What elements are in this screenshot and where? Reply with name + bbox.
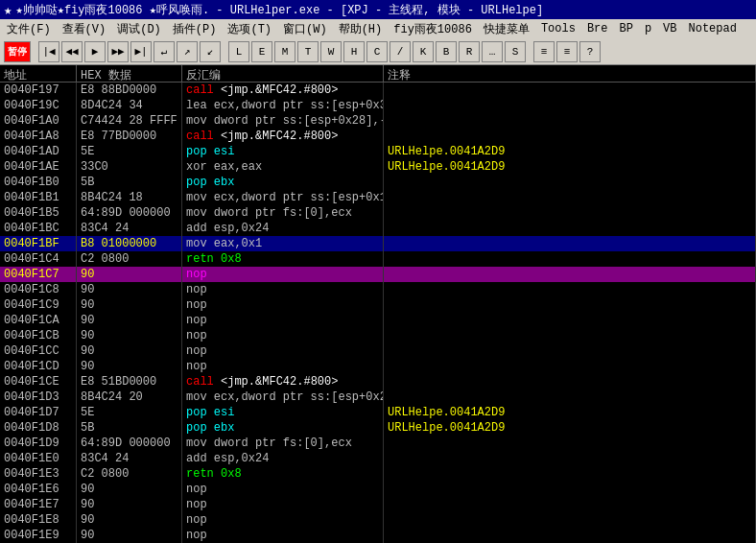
table-row[interactable]: 0040F1D85Bpop ebxURLHelpe.0041A2D9: [0, 420, 756, 436]
asm-cell: add esp,0x24: [182, 451, 384, 466]
table-row[interactable]: 0040F1E3C2 0800retn 0x8: [0, 466, 756, 482]
hex-cell: 33C0: [77, 159, 182, 175]
table-row[interactable]: 0040F1D75Epop esiURLHelpe.0041A2D9: [0, 405, 756, 420]
toolbar-L[interactable]: L: [228, 41, 249, 62]
toolbar-E[interactable]: E: [251, 41, 272, 62]
table-row[interactable]: 0040F1A0C74424 28 FFFFmov dword ptr ss:[…: [0, 113, 756, 129]
menu-item[interactable]: 选项(T): [223, 20, 276, 38]
hex-cell: 83C4 24: [77, 451, 182, 466]
table-row[interactable]: 0040F1D964:89D 000000mov dword ptr fs:[0…: [0, 436, 756, 451]
comment-cell: [384, 297, 756, 313]
toolbar-dots[interactable]: …: [482, 41, 503, 62]
toolbar-B[interactable]: B: [436, 41, 457, 62]
table-row[interactable]: 0040F1C890nop: [0, 282, 756, 297]
asm-cell: call <jmp.&MFC42.#800>: [182, 374, 384, 390]
table-row[interactable]: 0040F1CC90nop: [0, 343, 756, 359]
table-row[interactable]: 0040F1D38B4C24 20mov ecx,dword ptr ss:[e…: [0, 390, 756, 405]
toolbar-btn-6[interactable]: ↵: [154, 41, 175, 62]
header-hex: HEX 数据: [77, 65, 182, 82]
menu-item[interactable]: BP: [615, 21, 638, 36]
comment-cell: [384, 466, 756, 482]
comment-cell: [384, 390, 756, 405]
toolbar-K[interactable]: K: [413, 41, 434, 62]
table-row[interactable]: 0040F1C790nop: [0, 267, 756, 282]
toolbar-S[interactable]: S: [505, 41, 526, 62]
asm-cell: mov eax,0x1: [182, 236, 384, 251]
toolbar-W[interactable]: W: [320, 41, 342, 62]
menu-item[interactable]: 文件(F): [2, 20, 56, 38]
asm-cell: nop: [182, 512, 384, 528]
hex-cell: C74424 28 FFFF: [77, 113, 182, 129]
menu-item[interactable]: Notepad: [684, 21, 742, 36]
comment-cell: [384, 436, 756, 451]
menu-item[interactable]: Tools: [536, 21, 580, 36]
table-row[interactable]: 0040F1B05Bpop ebx: [0, 175, 756, 190]
addr-cell: 0040F1B1: [0, 190, 77, 205]
table-row[interactable]: 0040F1A8E8 77BD0000call <jmp.&MFC42.#800…: [0, 129, 756, 144]
toolbar-btn-1[interactable]: |◀: [38, 41, 59, 62]
hex-cell: 90: [77, 313, 182, 328]
table-row[interactable]: 0040F1B18B4C24 18mov ecx,dword ptr ss:[e…: [0, 190, 756, 205]
toolbar-list2[interactable]: ≡: [556, 41, 578, 62]
toolbar-btn-4[interactable]: ▶▶: [107, 41, 129, 62]
addr-cell: 0040F1CE: [0, 374, 77, 390]
menu-item[interactable]: 插件(P): [168, 20, 222, 38]
asm-cell: add esp,0x24: [182, 221, 384, 236]
hex-cell: 90: [77, 497, 182, 512]
table-row[interactable]: 0040F1E690nop: [0, 482, 756, 497]
toolbar-slash[interactable]: /: [390, 41, 411, 62]
toolbar-H[interactable]: H: [343, 41, 365, 62]
addr-cell: 0040F1E6: [0, 482, 77, 497]
menu-item[interactable]: 查看(V): [58, 20, 111, 38]
title-bar: ★ ★帅帅哒★fiy雨夜10086 ★呼风唤雨. - URLHelper.exe…: [0, 0, 756, 19]
menu-item[interactable]: 帮助(H): [334, 20, 388, 38]
toolbar-btn-8[interactable]: ↙: [200, 41, 221, 62]
menu-item[interactable]: 快捷菜单: [479, 20, 534, 38]
comment-cell: [384, 343, 756, 359]
addr-cell: 0040F1C7: [0, 267, 77, 282]
menu-item[interactable]: fiy雨夜10086: [389, 20, 477, 38]
asm-cell: pop esi: [182, 405, 384, 420]
menu-item[interactable]: p: [640, 21, 656, 36]
menu-item[interactable]: 窗口(W): [278, 20, 332, 38]
menu-item[interactable]: 调试(D): [112, 20, 166, 38]
menu-item[interactable]: VB: [658, 21, 681, 36]
addr-cell: 0040F1C8: [0, 282, 77, 297]
table-row[interactable]: 0040F197E8 88BD0000call <jmp.&MFC42.#800…: [0, 83, 756, 98]
comment-cell: [384, 113, 756, 129]
toolbar: 暂停 |◀ ◀◀ ▶ ▶▶ ▶| ↵ ↗ ↙ L E M T W H C / K…: [0, 38, 756, 65]
table-row[interactable]: 0040F1CA90nop: [0, 313, 756, 328]
toolbar-btn-7[interactable]: ↗: [177, 41, 198, 62]
toolbar-M[interactable]: M: [274, 41, 295, 62]
table-row[interactable]: 0040F1B564:89D 000000mov dword ptr fs:[0…: [0, 205, 756, 221]
comment-cell: URLHelpe.0041A2D9: [384, 159, 756, 175]
table-row[interactable]: 0040F1BC83C4 24add esp,0x24: [0, 221, 756, 236]
table-row[interactable]: 0040F1E990nop: [0, 528, 756, 543]
table-row[interactable]: 0040F1CEE8 51BD0000call <jmp.&MFC42.#800…: [0, 374, 756, 390]
disasm-area[interactable]: 0040F197E8 88BD0000call <jmp.&MFC42.#800…: [0, 83, 756, 543]
menu-bar: 文件(F)查看(V)调试(D)插件(P)选项(T)窗口(W)帮助(H)fiy雨夜…: [0, 19, 756, 38]
comment-cell: URLHelpe.0041A2D9: [384, 405, 756, 420]
toolbar-btn-5[interactable]: ▶|: [130, 41, 152, 62]
toolbar-C[interactable]: C: [366, 41, 388, 62]
table-row[interactable]: 0040F1AE33C0xor eax,eaxURLHelpe.0041A2D9: [0, 159, 756, 175]
table-row[interactable]: 0040F1E790nop: [0, 497, 756, 512]
stop-button[interactable]: 暂停: [4, 41, 31, 62]
table-row[interactable]: 0040F19C8D4C24 34lea ecx,dword ptr ss:[e…: [0, 98, 756, 113]
toolbar-btn-3[interactable]: ▶: [84, 41, 106, 62]
toolbar-T[interactable]: T: [297, 41, 319, 62]
table-row[interactable]: 0040F1BFB8 01000000mov eax,0x1: [0, 236, 756, 251]
table-row[interactable]: 0040F1C990nop: [0, 297, 756, 313]
comment-cell: [384, 251, 756, 267]
table-row[interactable]: 0040F1CB90nop: [0, 328, 756, 343]
toolbar-R[interactable]: R: [459, 41, 480, 62]
table-row[interactable]: 0040F1E890nop: [0, 512, 756, 528]
table-row[interactable]: 0040F1C4C2 0800retn 0x8: [0, 251, 756, 267]
toolbar-btn-2[interactable]: ◀◀: [61, 41, 83, 62]
menu-item[interactable]: Bre: [582, 21, 613, 36]
table-row[interactable]: 0040F1E083C4 24add esp,0x24: [0, 451, 756, 466]
toolbar-help[interactable]: ?: [579, 41, 601, 62]
toolbar-list1[interactable]: ≡: [533, 41, 555, 62]
table-row[interactable]: 0040F1AD5Epop esiURLHelpe.0041A2D9: [0, 144, 756, 159]
table-row[interactable]: 0040F1CD90nop: [0, 359, 756, 374]
